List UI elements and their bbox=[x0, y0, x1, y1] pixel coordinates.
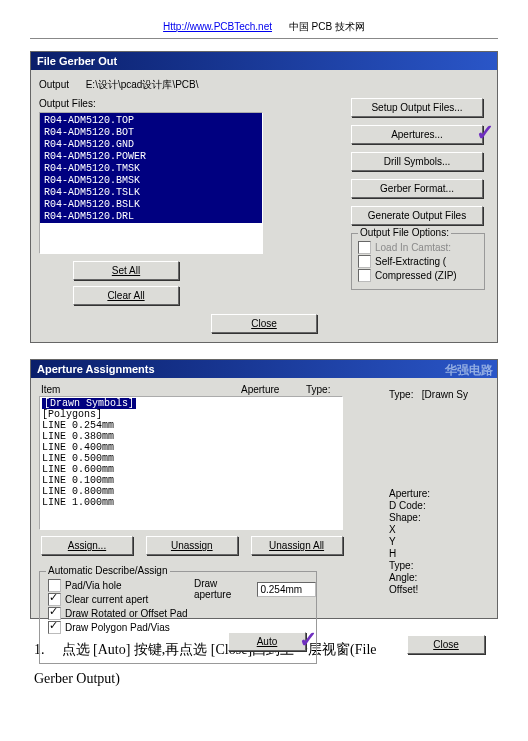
check-icon: ✓ bbox=[299, 629, 317, 651]
unassign-all-button[interactable]: Unassign All bbox=[251, 536, 343, 555]
file-item[interactable]: R04-ADM5120.TSLK bbox=[44, 187, 258, 199]
file-item[interactable]: R04-ADM5120.TOP bbox=[44, 115, 258, 127]
draw-aperture-label: Draw aperture bbox=[194, 578, 253, 600]
unassign-button[interactable]: Unassign bbox=[146, 536, 238, 555]
auto-button[interactable]: Auto ✓ bbox=[228, 632, 306, 651]
auto-label: Auto bbox=[257, 636, 278, 647]
y-field: Y bbox=[389, 536, 489, 547]
list-item[interactable]: LINE 0.500mm bbox=[42, 453, 340, 464]
h-field: H bbox=[389, 548, 489, 559]
zip-checkbox[interactable] bbox=[358, 269, 371, 282]
output-path: E:\设计\pcad设计库\PCB\ bbox=[86, 79, 199, 90]
apertures-button[interactable]: Apertures... ✓ bbox=[351, 125, 483, 144]
file-item[interactable]: R04-ADM5120.BOT bbox=[44, 127, 258, 139]
load-camtast-checkbox bbox=[358, 241, 371, 254]
set-all-button[interactable]: Set All bbox=[73, 261, 179, 280]
options-legend: Output File Options: bbox=[358, 227, 451, 238]
gerber-out-dialog: File Gerber Out Output E:\设计\pcad设计库\PCB… bbox=[30, 51, 498, 343]
gerber-format-button[interactable]: Gerber Format... bbox=[351, 179, 483, 198]
list-item[interactable]: LINE 1.000mm bbox=[42, 497, 340, 508]
list-item[interactable]: LINE 0.254mm bbox=[42, 420, 340, 431]
output-label: Output bbox=[39, 79, 69, 90]
file-item[interactable]: R04-ADM5120.POWER bbox=[44, 151, 258, 163]
angle-field: Angle: bbox=[389, 572, 489, 583]
gerber-close-button[interactable]: Close bbox=[211, 314, 317, 333]
offset-field: Offset! bbox=[389, 584, 489, 595]
self-extract-label: Self-Extracting ( bbox=[375, 256, 446, 267]
shape-field: Shape: bbox=[389, 512, 489, 523]
output-options-group: Output File Options: Load In Camtast: Se… bbox=[351, 233, 485, 290]
aperture-dialog: Aperture Assignments 华强电路 Item Aperture … bbox=[30, 359, 498, 619]
file-item[interactable]: R04-ADM5120.TMSK bbox=[44, 163, 258, 175]
type2-field: Type: bbox=[389, 560, 489, 571]
list-item[interactable]: LINE 0.100mm bbox=[42, 475, 340, 486]
watermark: 华强电路 bbox=[445, 362, 493, 379]
check-icon: ✓ bbox=[476, 122, 494, 144]
list-item[interactable]: LINE 0.400mm bbox=[42, 442, 340, 453]
dcode-field: D Code: bbox=[389, 500, 489, 511]
file-item[interactable]: R04-ADM5120.GND bbox=[44, 139, 258, 151]
col-type-header: Type: bbox=[306, 384, 330, 395]
col-aperture-header: Aperture bbox=[241, 384, 306, 395]
aperture-close-button[interactable]: Close bbox=[407, 635, 485, 654]
drill-symbols-button[interactable]: Drill Symbols... bbox=[351, 152, 483, 171]
gerber-titlebar: File Gerber Out bbox=[31, 52, 497, 70]
header-link[interactable]: Http://www.PCBTech.net bbox=[163, 21, 272, 32]
output-files-list[interactable]: R04-ADM5120.TOP R04-ADM5120.BOT R04-ADM5… bbox=[39, 112, 263, 254]
header-cn-text: 中国 PCB 技术网 bbox=[289, 21, 365, 32]
file-item[interactable]: R04-ADM5120.BMSK bbox=[44, 175, 258, 187]
draw-aperture-input[interactable]: 0.254mm bbox=[257, 582, 316, 597]
file-item[interactable]: R04-ADM5120.DRL bbox=[44, 211, 258, 223]
self-extract-checkbox[interactable] bbox=[358, 255, 371, 268]
draw-rotated-label: Draw Rotated or Offset Pad bbox=[65, 608, 188, 619]
draw-polygon-label: Draw Polygon Pad/Vias bbox=[65, 622, 170, 633]
auto-describe-group: Automatic Describe/Assign Pad/Via hole C… bbox=[39, 571, 317, 664]
list-item[interactable]: [Drawn Symbols] bbox=[42, 398, 136, 409]
aperture-title: Aperture Assignments bbox=[37, 363, 155, 375]
load-camtast-label: Load In Camtast: bbox=[375, 242, 451, 253]
setup-output-button[interactable]: Setup Output Files... bbox=[351, 98, 483, 117]
assign-button[interactable]: Assign... bbox=[41, 536, 133, 555]
col-item-header: Item bbox=[41, 384, 241, 395]
list-item[interactable]: [Polygons] bbox=[42, 409, 340, 420]
aperture-list[interactable]: [Drawn Symbols] [Polygons] LINE 0.254mm … bbox=[39, 396, 343, 530]
list-item[interactable]: LINE 0.380mm bbox=[42, 431, 340, 442]
aperture-titlebar: Aperture Assignments 华强电路 bbox=[31, 360, 497, 378]
apertures-label: Apertures... bbox=[391, 129, 443, 140]
file-item[interactable]: R04-ADM5120.BSLK bbox=[44, 199, 258, 211]
x-field: X bbox=[389, 524, 489, 535]
pad-via-label: Pad/Via hole bbox=[65, 580, 122, 591]
draw-polygon-checkbox[interactable] bbox=[48, 621, 61, 634]
list-item[interactable]: LINE 0.600mm bbox=[42, 464, 340, 475]
clear-apert-label: Clear current apert bbox=[65, 594, 148, 605]
ada-legend: Automatic Describe/Assign bbox=[46, 565, 170, 576]
aperture-section: Aperture: bbox=[389, 488, 489, 499]
clear-all-button[interactable]: Clear All bbox=[73, 286, 179, 305]
generate-output-button[interactable]: Generate Output Files bbox=[351, 206, 483, 225]
type-field: Type: [Drawn Sy bbox=[389, 389, 489, 400]
header-divider bbox=[30, 38, 498, 39]
zip-label: Compressed (ZIP) bbox=[375, 270, 457, 281]
list-item[interactable]: LINE 0.800mm bbox=[42, 486, 340, 497]
